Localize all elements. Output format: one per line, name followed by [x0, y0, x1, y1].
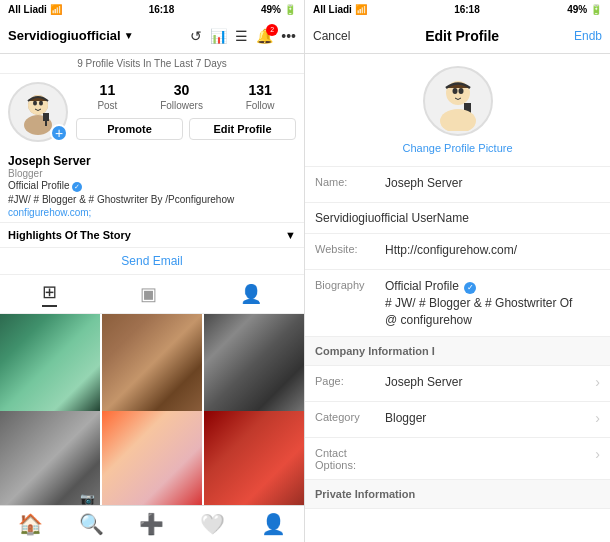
- left-status-left: All Liadi 📶: [8, 4, 62, 15]
- svg-rect-5: [43, 113, 49, 121]
- photo-cell-1[interactable]: [0, 314, 100, 414]
- edit-profile-title: Edit Profile: [425, 28, 499, 44]
- edit-profile-button[interactable]: Edit Profile: [189, 118, 296, 140]
- profile-icon[interactable]: 👤: [261, 512, 286, 536]
- name-value: Joseph Server: [385, 175, 600, 192]
- brand-name[interactable]: Servidiogiuofficial ▼: [8, 28, 182, 43]
- posts-count: 11: [97, 82, 117, 98]
- send-email-text: Send Email: [121, 254, 182, 268]
- nav-icons-group: ↺ 📊 ☰ 🔔 2 •••: [190, 28, 296, 44]
- followers-count: 30: [160, 82, 203, 98]
- right-battery-icon: 🔋: [590, 4, 602, 15]
- photo-cell-3[interactable]: [204, 314, 304, 414]
- change-profile-picture-text[interactable]: Change Profile Picture: [402, 142, 512, 154]
- carrier-text: All Liadi: [8, 4, 47, 15]
- brand-label: Servidiogiuofficial: [8, 28, 121, 43]
- website-field-row[interactable]: Website: Http://configurehow.com/: [305, 234, 610, 270]
- stat-posts: 11 Post: [97, 82, 117, 112]
- photo-cell-2[interactable]: [102, 314, 202, 414]
- chart-icon[interactable]: 📊: [210, 28, 227, 44]
- dropdown-icon: ▼: [124, 30, 134, 41]
- highlights-label: Highlights Of The Story: [8, 229, 131, 241]
- bio-section: Joseph Server Blogger Official Profile ✓…: [0, 150, 304, 223]
- visits-text: 9 Profile Visits In The Last 7 Days: [77, 58, 227, 69]
- following-label: Follow: [246, 100, 275, 111]
- username-row[interactable]: Servidiogiuofficial UserName: [305, 203, 610, 234]
- page-arrow-icon: ›: [595, 374, 600, 390]
- left-status-bar: All Liadi 📶 16:18 49% 🔋: [0, 0, 304, 18]
- left-nav-bar: Servidiogiuofficial ▼ ↺ 📊 ☰ 🔔 2 •••: [0, 18, 304, 54]
- bell-icon[interactable]: 🔔 2: [256, 28, 273, 44]
- contact-options-row[interactable]: Cntact Options: ›: [305, 438, 610, 480]
- name-label: Name:: [315, 175, 385, 188]
- visits-banner: 9 Profile Visits In The Last 7 Days: [0, 54, 304, 74]
- battery-text: 49%: [261, 4, 281, 15]
- website-label: Website:: [315, 242, 385, 255]
- edit-avatar-section[interactable]: Change Profile Picture: [305, 54, 610, 167]
- profile-bio: Official Profile ✓: [8, 179, 296, 193]
- highlights-row[interactable]: Highlights Of The Story ▼: [0, 223, 304, 248]
- wifi-icon: 📶: [50, 4, 62, 15]
- photo-cell-5[interactable]: [102, 411, 202, 506]
- right-wifi-icon: 📶: [355, 4, 367, 15]
- svg-point-8: [452, 88, 457, 94]
- promote-button[interactable]: Promote: [76, 118, 183, 140]
- photo-grid: 📷: [0, 314, 304, 505]
- home-icon[interactable]: 🏠: [18, 512, 43, 536]
- category-field-row[interactable]: Category Blogger ›: [305, 402, 610, 438]
- search-icon[interactable]: 🔍: [79, 512, 104, 536]
- tab-tablet-icon[interactable]: ▣: [140, 283, 157, 305]
- add-post-icon[interactable]: ➕: [139, 512, 164, 536]
- page-field-row[interactable]: Page: Joseph Server ›: [305, 366, 610, 402]
- contact-arrow-icon: ›: [595, 446, 600, 462]
- more-icon[interactable]: •••: [281, 28, 296, 44]
- following-count: 131: [246, 82, 275, 98]
- photo-camera-icon: 📷: [80, 492, 95, 506]
- stats-row: 11 Post 30 Followers 131 Follow: [76, 82, 296, 112]
- tab-grid-icon[interactable]: ⊞: [42, 281, 57, 307]
- photo-cell-6[interactable]: [204, 411, 304, 506]
- company-info-header: Company Information I: [305, 337, 610, 366]
- end-button[interactable]: Endb: [574, 29, 602, 43]
- page-value: Joseph Server: [385, 374, 591, 391]
- add-photo-button[interactable]: +: [50, 124, 68, 142]
- right-nav-bar: Cancel Edit Profile Endb: [305, 18, 610, 54]
- followers-label: Followers: [160, 100, 203, 111]
- biography-value: Official Profile ✓ # JW/ # Blogger & # G…: [385, 278, 600, 328]
- avatar-wrap[interactable]: +: [8, 82, 68, 142]
- send-email-row[interactable]: Send Email: [0, 248, 304, 275]
- bio-link[interactable]: configurehow.com;: [8, 207, 296, 218]
- verified-badge: ✓: [72, 182, 82, 192]
- right-panel: All Liadi 📶 16:18 49% 🔋 Cancel Edit Prof…: [305, 0, 610, 542]
- right-status-bar: All Liadi 📶 16:18 49% 🔋: [305, 0, 610, 18]
- bio-extra: #JW/ # Blogger & # Ghostwriter By /Pconf…: [8, 193, 296, 207]
- heart-icon[interactable]: 🤍: [200, 512, 225, 536]
- page-label: Page:: [315, 374, 385, 387]
- photo-cell-4[interactable]: 📷: [0, 411, 100, 506]
- right-carrier: All Liadi 📶: [313, 4, 367, 15]
- highlights-chevron-icon: ▼: [285, 229, 296, 241]
- left-status-right: 49% 🔋: [261, 4, 296, 15]
- profile-stats: 11 Post 30 Followers 131 Follow Promote …: [76, 82, 296, 140]
- tab-person-icon[interactable]: 👤: [240, 283, 262, 305]
- list-icon[interactable]: ☰: [235, 28, 248, 44]
- right-battery: 49% 🔋: [567, 4, 602, 15]
- edit-avatar-image: [428, 71, 488, 131]
- biography-field-row[interactable]: Biography Official Profile ✓ # JW/ # Blo…: [305, 270, 610, 337]
- biography-label: Biography: [315, 278, 385, 291]
- battery-icon: 🔋: [284, 4, 296, 15]
- bell-badge: 2: [266, 24, 278, 36]
- category-arrow-icon: ›: [595, 410, 600, 426]
- profile-name: Joseph Server: [8, 154, 296, 168]
- stat-followers: 30 Followers: [160, 82, 203, 112]
- history-icon[interactable]: ↺: [190, 28, 202, 44]
- posts-label: Post: [97, 100, 117, 111]
- right-time: 16:18: [454, 4, 480, 15]
- left-time: 16:18: [149, 4, 175, 15]
- name-field-row[interactable]: Name: Joseph Server: [305, 167, 610, 203]
- contact-options-label: Cntact Options:: [315, 446, 385, 471]
- cancel-button[interactable]: Cancel: [313, 29, 350, 43]
- svg-point-4: [39, 101, 43, 106]
- bio-verified-icon: ✓: [464, 282, 476, 294]
- svg-rect-6: [45, 121, 47, 126]
